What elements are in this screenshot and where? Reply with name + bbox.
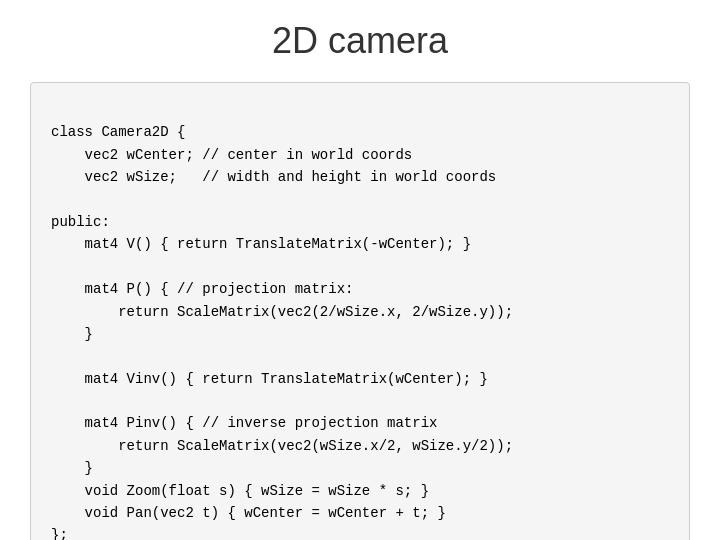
code-line: mat4 V() { return TranslateMatrix(-wCent… <box>51 233 669 255</box>
code-line: mat4 Pinv() { // inverse projection matr… <box>51 412 669 434</box>
code-line: } <box>51 457 669 479</box>
page-title: 2D camera <box>272 20 448 62</box>
code-line: return ScaleMatrix(vec2(wSize.x/2, wSize… <box>51 435 669 457</box>
code-line: void Zoom(float s) { wSize = wSize * s; … <box>51 480 669 502</box>
code-line: class Camera2D { <box>51 121 669 143</box>
code-line: } <box>51 323 669 345</box>
code-empty-line <box>51 345 669 367</box>
code-line: vec2 wSize; // width and height in world… <box>51 166 669 188</box>
code-empty-line <box>51 189 669 211</box>
code-line: vec2 wCenter; // center in world coords <box>51 144 669 166</box>
code-line: return ScaleMatrix(vec2(2/wSize.x, 2/wSi… <box>51 301 669 323</box>
code-line: mat4 Vinv() { return TranslateMatrix(wCe… <box>51 368 669 390</box>
code-line: void Pan(vec2 t) { wCenter = wCenter + t… <box>51 502 669 524</box>
code-line: mat4 P() { // projection matrix: <box>51 278 669 300</box>
code-empty-line <box>51 390 669 412</box>
code-block: class Camera2D { vec2 wCenter; // center… <box>30 82 690 540</box>
code-line: public: <box>51 211 669 233</box>
code-line: }; <box>51 524 669 540</box>
code-empty-line <box>51 256 669 278</box>
